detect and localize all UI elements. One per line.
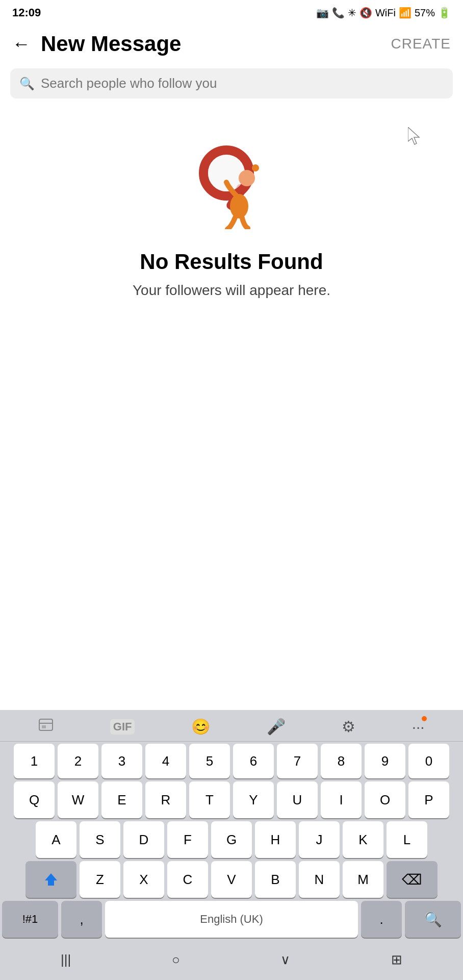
svg-point-5 bbox=[252, 164, 259, 172]
key-k[interactable]: K bbox=[343, 821, 383, 858]
phone-icon: 📞 bbox=[332, 7, 345, 19]
key-0[interactable]: 0 bbox=[408, 744, 449, 778]
battery-icon: 🔋 bbox=[438, 7, 451, 19]
svg-rect-7 bbox=[39, 719, 53, 730]
empty-title: No Results Found bbox=[140, 250, 323, 274]
svg-rect-9 bbox=[42, 725, 46, 728]
key-l[interactable]: L bbox=[387, 821, 427, 858]
key-y[interactable]: Y bbox=[233, 781, 274, 818]
search-bar[interactable]: 🔍 bbox=[10, 68, 453, 99]
keyboard-toolbar: GIF 😊 🎤 ⚙ ··· bbox=[0, 710, 463, 742]
key-5[interactable]: 5 bbox=[189, 744, 230, 778]
settings-icon[interactable]: ⚙ bbox=[342, 718, 355, 736]
header-left: ← New Message bbox=[12, 32, 181, 56]
empty-illustration bbox=[181, 127, 282, 229]
space-key[interactable]: English (UK) bbox=[105, 901, 358, 938]
key-b[interactable]: B bbox=[255, 861, 296, 898]
status-icons: 📷 📞 ✳ 🔇 WiFi 📶 57% 🔋 bbox=[316, 7, 451, 19]
header: ← New Message CREATE bbox=[0, 23, 463, 64]
bluetooth-icon: ✳ bbox=[348, 7, 356, 19]
mute-icon: 🔇 bbox=[359, 7, 372, 19]
key-s[interactable]: S bbox=[80, 821, 120, 858]
svg-marker-6 bbox=[408, 127, 419, 144]
key-g[interactable]: G bbox=[211, 821, 252, 858]
status-bar: 12:09 📷 📞 ✳ 🔇 WiFi 📶 57% 🔋 bbox=[0, 0, 463, 23]
key-8[interactable]: 8 bbox=[321, 744, 362, 778]
asdf-row: A S D F G H J K L bbox=[2, 821, 461, 858]
gif-icon[interactable]: GIF bbox=[110, 719, 135, 734]
nav-apps-button[interactable]: ⊞ bbox=[383, 948, 410, 972]
key-o[interactable]: O bbox=[365, 781, 405, 818]
emoji-icon[interactable]: 😊 bbox=[191, 718, 210, 736]
key-m[interactable]: M bbox=[343, 861, 383, 898]
key-q[interactable]: Q bbox=[14, 781, 55, 818]
wifi-icon: WiFi bbox=[375, 7, 396, 19]
key-z[interactable]: Z bbox=[80, 861, 120, 898]
search-icon: 🔍 bbox=[19, 77, 35, 91]
cursor-icon bbox=[408, 127, 422, 145]
battery-level: 57% bbox=[415, 7, 435, 19]
key-2[interactable]: 2 bbox=[58, 744, 98, 778]
key-t[interactable]: T bbox=[189, 781, 230, 818]
key-j[interactable]: J bbox=[299, 821, 340, 858]
keyboard-rows: 1 2 3 4 5 6 7 8 9 0 Q W E R T Y U I O P … bbox=[0, 742, 463, 938]
signal-icon: 📶 bbox=[399, 7, 411, 19]
page-title: New Message bbox=[41, 32, 181, 56]
key-r[interactable]: R bbox=[145, 781, 186, 818]
empty-subtitle: Your followers will appear here. bbox=[133, 282, 330, 299]
nav-bar: ||| ○ ∨ ⊞ bbox=[0, 942, 463, 980]
mic-icon[interactable]: 🎤 bbox=[267, 718, 286, 736]
period-key[interactable]: . bbox=[361, 901, 402, 938]
key-i[interactable]: I bbox=[321, 781, 362, 818]
video-icon: 📷 bbox=[316, 7, 329, 19]
key-3[interactable]: 3 bbox=[101, 744, 142, 778]
key-x[interactable]: X bbox=[123, 861, 164, 898]
notification-dot bbox=[422, 716, 427, 721]
key-e[interactable]: E bbox=[101, 781, 142, 818]
symbols-key[interactable]: !#1 bbox=[2, 901, 58, 938]
comma-key[interactable]: , bbox=[61, 901, 102, 938]
key-n[interactable]: N bbox=[299, 861, 340, 898]
key-h[interactable]: H bbox=[255, 821, 296, 858]
svg-point-4 bbox=[239, 170, 255, 186]
nav-back-button[interactable]: ||| bbox=[53, 948, 79, 972]
key-w[interactable]: W bbox=[58, 781, 98, 818]
key-6[interactable]: 6 bbox=[233, 744, 274, 778]
key-a[interactable]: A bbox=[36, 821, 76, 858]
key-v[interactable]: V bbox=[211, 861, 252, 898]
nav-home-button[interactable]: ○ bbox=[164, 948, 188, 972]
key-7[interactable]: 7 bbox=[277, 744, 318, 778]
qwerty-row: Q W E R T Y U I O P bbox=[2, 781, 461, 818]
sticker-icon[interactable] bbox=[38, 717, 54, 736]
key-f[interactable]: F bbox=[167, 821, 208, 858]
nav-recents-button[interactable]: ∨ bbox=[272, 948, 298, 972]
status-time: 12:09 bbox=[12, 6, 41, 19]
backspace-key[interactable]: ⌫ bbox=[387, 861, 438, 898]
search-input[interactable] bbox=[41, 76, 444, 91]
key-c[interactable]: C bbox=[167, 861, 208, 898]
shift-key[interactable] bbox=[25, 861, 76, 898]
key-u[interactable]: U bbox=[277, 781, 318, 818]
zxcv-row: Z X C V B N M ⌫ bbox=[2, 861, 461, 898]
key-1[interactable]: 1 bbox=[14, 744, 55, 778]
key-p[interactable]: P bbox=[408, 781, 449, 818]
keyboard: GIF 😊 🎤 ⚙ ··· 1 2 3 4 5 6 7 8 9 0 Q W E … bbox=[0, 710, 463, 980]
bottom-row: !#1 , English (UK) . 🔍 bbox=[2, 901, 461, 938]
search-keyboard-key[interactable]: 🔍 bbox=[405, 901, 461, 938]
key-d[interactable]: D bbox=[123, 821, 164, 858]
empty-state: No Results Found Your followers will app… bbox=[0, 107, 463, 329]
back-button[interactable]: ← bbox=[12, 35, 31, 53]
key-9[interactable]: 9 bbox=[365, 744, 405, 778]
key-4[interactable]: 4 bbox=[145, 744, 186, 778]
number-row: 1 2 3 4 5 6 7 8 9 0 bbox=[2, 744, 461, 778]
create-button[interactable]: CREATE bbox=[391, 36, 451, 52]
more-icon[interactable]: ··· bbox=[412, 718, 425, 736]
svg-marker-10 bbox=[45, 873, 57, 886]
